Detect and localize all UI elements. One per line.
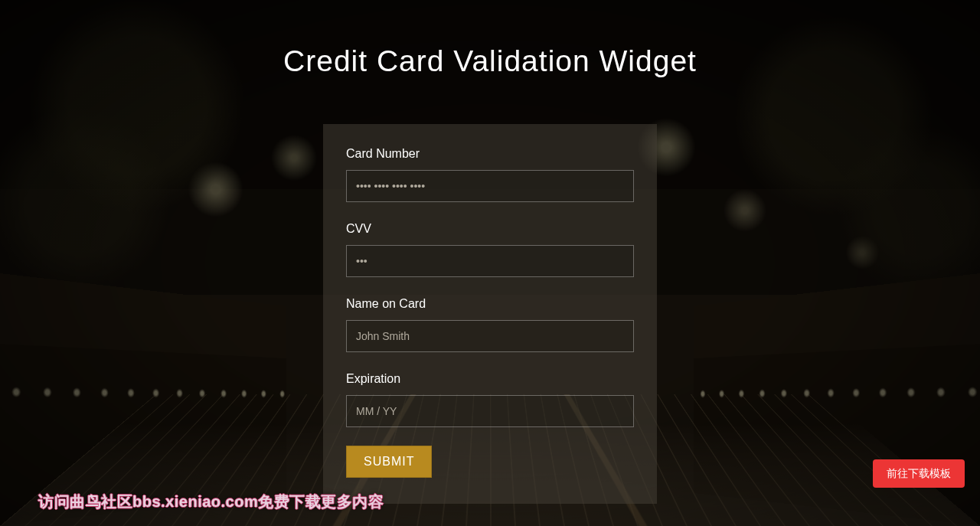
credit-card-form: Card Number CVV Name on Card Expiration … [323,124,657,504]
field-name-on-card: Name on Card [346,297,634,352]
download-template-button[interactable]: 前往下载模板 [873,459,965,488]
field-cvv: CVV [346,222,634,277]
watermark-text: 访问曲鸟社区bbs.xieniao.com免费下载更多内容 [38,492,384,512]
name-on-card-input[interactable] [346,320,634,352]
field-expiration: Expiration [346,372,634,427]
card-number-input[interactable] [346,170,634,202]
cvv-label: CVV [346,222,634,236]
submit-button[interactable]: SUBMIT [346,446,432,478]
name-on-card-label: Name on Card [346,297,634,311]
field-card-number: Card Number [346,147,634,202]
card-number-label: Card Number [346,147,634,161]
cvv-input[interactable] [346,245,634,277]
expiration-input[interactable] [346,395,634,427]
expiration-label: Expiration [346,372,634,386]
page-title: Credit Card Validation Widget [0,0,980,78]
